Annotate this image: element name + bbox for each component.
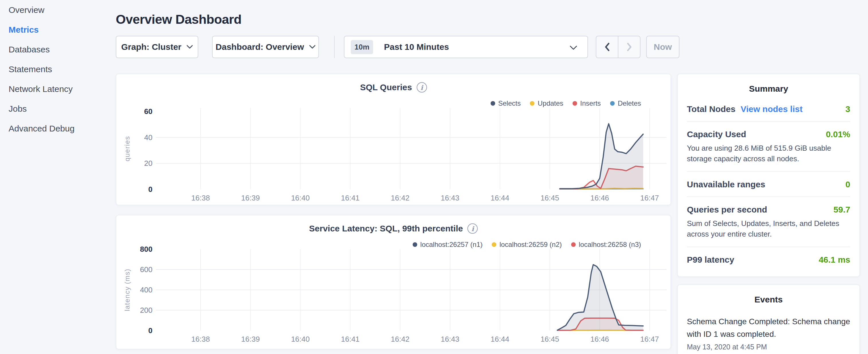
legend-label: Selects [498,99,521,107]
series-fill-localhost-26257-n1- [557,265,643,330]
info-icon[interactable]: i [467,223,478,234]
x-tick-label: 16:43 [441,194,459,202]
sidebar-item-network-latency[interactable]: Network Latency [0,79,112,99]
summary-row: Capacity Used0.01%You are using 28.6 MiB… [687,122,850,172]
event-text: Schema Change Completed: Schema change w… [687,315,850,341]
page-title: Overview Dashboard [116,12,242,27]
summary-row-description: Sum of Selects, Updates, Inserts, and De… [687,218,850,239]
summary-row: P99 latency46.1 ms [687,247,850,272]
chevron-left-icon [604,43,610,51]
info-icon[interactable]: i [417,82,427,93]
sidebar-item-statements[interactable]: Statements [0,59,112,79]
chart-title: SQL Queries [360,83,412,92]
x-tick-label: 16:43 [441,335,459,344]
summary-row-value: 46.1 ms [819,255,850,265]
x-tick-label: 16:42 [391,194,409,202]
legend-label: Inserts [580,99,601,107]
legend-dot [491,101,495,106]
summary-row: Total NodesView nodes list3 [687,97,850,122]
legend-dot [572,101,577,106]
summary-row-value: 3 [845,104,850,114]
y-axis-title: queries [123,136,131,161]
y-tick-label: 40 [144,133,152,142]
x-tick-label: 16:41 [341,194,360,202]
legend-label: localhost:26257 (n1) [421,240,483,249]
chevron-down-icon [187,45,193,49]
sidebar-item-jobs[interactable]: Jobs [0,99,112,119]
summary-row: Unavailable ranges0 [687,172,850,197]
legend-item: Selects [491,99,521,107]
y-tick-label: 60 [144,107,152,116]
legend-dot [530,101,534,106]
legend-item: Updates [530,99,563,107]
chart-legend: localhost:26257 (n1)localhost:26259 (n2)… [413,240,641,249]
series-fill-selects [560,124,643,189]
events-panel: Events Schema Change Completed: Schema c… [677,284,860,354]
legend-label: localhost:26258 (n3) [579,240,641,249]
summary-row-label: Capacity Used [687,129,746,139]
time-range-label: Past 10 Minutes [384,42,449,52]
chart-title: Service Latency: SQL, 99th percentile [309,224,463,233]
y-tick-label: 800 [140,245,152,254]
time-step-buttons [596,36,641,58]
x-tick-label: 16:39 [241,335,260,344]
x-tick-label: 16:46 [590,335,609,344]
sql-queries-chart-card: SQL Queries i SelectsUpdatesInsertsDelet… [116,74,671,205]
time-range-badge: 10m [351,40,373,54]
y-tick-label: 400 [140,286,152,294]
dashboard-dropdown[interactable]: Dashboard: Overview [212,36,319,58]
chevron-right-icon [626,43,632,51]
x-tick-label: 16:44 [491,194,509,202]
chart-plot[interactable]: 16:3816:3916:4016:4116:4216:4316:4416:45… [116,74,671,205]
legend-dot [413,242,417,247]
sidebar-item-advanced-debug[interactable]: Advanced Debug [0,119,112,138]
now-button[interactable]: Now [646,36,679,58]
time-next-button[interactable] [618,36,640,58]
summary-row-label: P99 latency [687,255,734,265]
x-tick-label: 16:47 [640,194,659,202]
events-title: Events [687,295,850,304]
x-tick-label: 16:40 [291,194,310,202]
x-tick-label: 16:40 [291,335,310,344]
summary-row-value: 59.7 [834,205,850,215]
graph-dropdown-label: Graph: Cluster [121,42,181,52]
legend-label: Deletes [618,99,641,107]
legend-item: localhost:26258 (n3) [571,240,641,249]
x-tick-label: 16:45 [540,335,559,344]
summary-title: Summary [687,84,850,94]
summary-row-value: 0 [845,180,850,189]
y-tick-label: 0 [149,326,152,335]
sidebar-item-overview[interactable]: Overview [0,0,112,20]
chart-plot[interactable]: 16:3816:3916:4016:4116:4216:4316:4416:45… [116,215,671,349]
summary-row-label: Unavailable ranges [687,180,765,189]
view-nodes-link[interactable]: View nodes list [741,104,802,114]
event-timestamp: May 13, 2020 at 4:45 PM [687,343,850,351]
legend-item: Inserts [572,99,601,107]
summary-row-description: You are using 28.6 MiB of 515.9 GiB usab… [687,143,850,164]
x-tick-label: 16:46 [590,194,609,202]
time-range-dropdown[interactable]: 10m Past 10 Minutes [344,36,588,58]
legend-dot [610,101,615,106]
legend-dot [571,242,576,247]
x-tick-label: 16:47 [640,335,659,344]
controls-bar: Graph: Cluster Dashboard: Overview 10m P… [116,36,679,58]
service-latency-chart-card: Service Latency: SQL, 99th percentile i … [116,215,671,349]
summary-row-value: 0.01% [826,129,850,139]
chevron-down-icon [570,45,577,50]
legend-dot [492,242,496,247]
graph-dropdown[interactable]: Graph: Cluster [116,36,198,58]
x-tick-label: 16:45 [540,194,559,202]
legend-label: Updates [537,99,563,107]
y-tick-label: 20 [144,159,152,167]
summary-row: Queries per second59.7Sum of Selects, Up… [687,197,850,247]
chart-legend: SelectsUpdatesInsertsDeletes [491,99,641,107]
x-tick-label: 16:44 [491,335,509,344]
sidebar-item-databases[interactable]: Databases [0,39,112,59]
time-prev-button[interactable] [596,36,618,58]
chevron-down-icon [309,45,315,49]
x-tick-label: 16:38 [191,194,210,202]
summary-row-label: Queries per second [687,205,767,215]
x-tick-label: 16:41 [341,335,360,344]
sidebar-item-metrics[interactable]: Metrics [0,20,112,39]
summary-row-label: Total Nodes [687,104,735,114]
